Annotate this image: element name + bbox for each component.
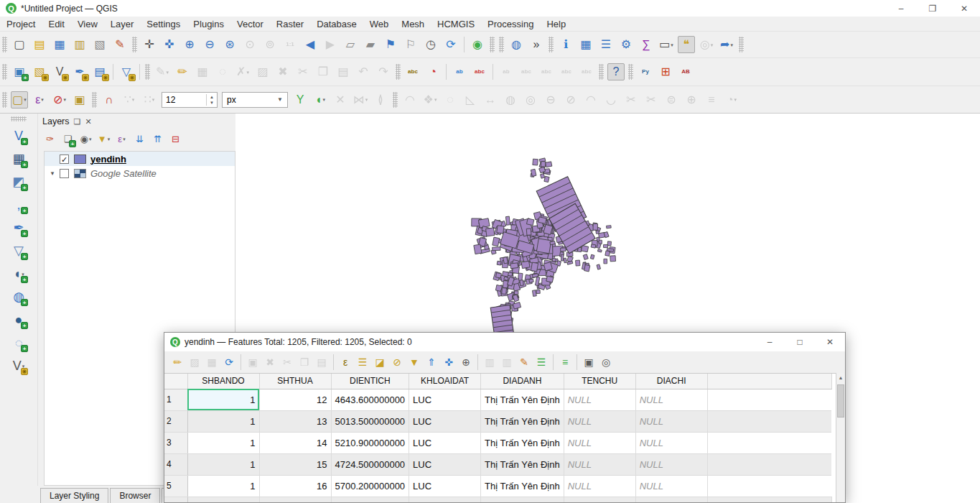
menu-item-plugins[interactable]: Plugins bbox=[187, 18, 230, 30]
digitize-with-curve-icon[interactable]: ◖▾ bbox=[312, 91, 329, 109]
zoom-in-icon[interactable]: ⊕ bbox=[181, 36, 198, 53]
statistical-summary-icon[interactable]: ☰ bbox=[597, 36, 615, 53]
table-cell[interactable]: 15 bbox=[259, 453, 331, 475]
toolbar-grip[interactable] bbox=[499, 37, 504, 52]
help-contents-icon[interactable]: ? bbox=[607, 63, 625, 80]
new-shapefile-layer-icon[interactable]: V✳▾ bbox=[10, 357, 27, 374]
panel-float-icon[interactable]: ❏ bbox=[74, 117, 81, 126]
add-group-icon[interactable]: ❏+ bbox=[60, 131, 75, 147]
vietnamese-converter-icon[interactable]: AB bbox=[677, 63, 694, 80]
table-cell[interactable]: NULL bbox=[635, 432, 707, 453]
table-cell[interactable]: 4724.500000000 bbox=[331, 453, 409, 475]
add-raster-layer-icon[interactable]: ▦+ bbox=[10, 150, 27, 167]
toolbar-overflow-icon[interactable]: » bbox=[528, 36, 545, 53]
web-plugin-globe-icon[interactable]: ◍ bbox=[508, 36, 525, 53]
toolbar-grip[interactable] bbox=[628, 64, 633, 80]
vector-buffer-plugin-icon[interactable]: ◉ bbox=[469, 36, 486, 53]
style-manager-icon[interactable]: ✎ bbox=[111, 36, 129, 53]
table-cell[interactable]: 13 bbox=[259, 410, 331, 432]
menu-item-help[interactable]: Help bbox=[540, 18, 572, 30]
zoom-to-selection-icon[interactable]: ⊕ bbox=[458, 354, 474, 370]
spin-down-icon[interactable]: ▼ bbox=[207, 100, 217, 106]
row-number[interactable]: 1 bbox=[164, 389, 187, 410]
toggle-editing-icon[interactable]: ✏ bbox=[174, 63, 191, 80]
temporal-controller-icon[interactable]: ◷ bbox=[422, 36, 439, 53]
attribute-table-titlebar[interactable]: Q yendinh — Features Total: 1205, Filter… bbox=[164, 333, 845, 351]
table-cell[interactable]: Thị Trấn Yên Định bbox=[481, 453, 564, 475]
measure-line-icon[interactable]: ▭▾ bbox=[658, 36, 675, 53]
chevron-down-icon[interactable]: ▾ bbox=[63, 97, 66, 102]
processing-toolbox-icon[interactable]: ⚙ bbox=[617, 36, 635, 53]
actions-icon[interactable]: ◎ bbox=[598, 354, 614, 370]
toolbar-grip[interactable] bbox=[145, 64, 150, 80]
select-by-location-icon[interactable]: ▣ bbox=[71, 91, 88, 109]
pan-to-selection-icon[interactable]: ✜ bbox=[161, 36, 178, 53]
chevron-down-icon[interactable]: ▾ bbox=[108, 137, 111, 142]
deselect-all-icon[interactable]: ⊘ bbox=[389, 354, 405, 370]
toolbar-grip[interactable] bbox=[396, 64, 401, 80]
table-cell[interactable]: 1 bbox=[187, 453, 259, 475]
open-field-calculator-icon[interactable]: ✎ bbox=[516, 354, 532, 370]
table-cell[interactable]: 5210.900000000 bbox=[331, 432, 409, 453]
osm-place-search-icon[interactable]: ➦▾ bbox=[718, 36, 735, 53]
table-cell[interactable]: Thị Trấn Yên Định bbox=[481, 432, 564, 453]
table-cell[interactable]: NULL bbox=[564, 453, 635, 475]
table-cell[interactable]: NULL bbox=[635, 389, 707, 410]
vertical-scrollbar[interactable]: ▲ bbox=[836, 373, 845, 502]
open-project-icon[interactable]: ▤ bbox=[31, 36, 48, 53]
column-header-tenchu[interactable]: TENCHU bbox=[564, 374, 635, 389]
select-features-icon[interactable]: ▢▾ bbox=[11, 91, 28, 109]
menu-item-web[interactable]: Web bbox=[363, 18, 396, 30]
add-postgis-layer-icon[interactable]: ◖+▾ bbox=[10, 265, 27, 282]
reload-table-icon[interactable]: ⟳ bbox=[221, 354, 237, 370]
column-header-shthua[interactable]: SHTHUA bbox=[259, 374, 331, 389]
table-cell[interactable]: 1 bbox=[187, 432, 259, 453]
layer-item-yendinh[interactable]: ✓yendinh bbox=[45, 152, 235, 166]
scroll-up-icon[interactable]: ▲ bbox=[836, 373, 845, 382]
column-header-shbando[interactable]: SHBANDO bbox=[187, 374, 259, 389]
table-cell[interactable]: LUC bbox=[409, 432, 481, 453]
menu-item-raster[interactable]: Raster bbox=[270, 18, 310, 30]
menu-item-database[interactable]: Database bbox=[310, 18, 363, 30]
zoom-last-icon[interactable]: ◀ bbox=[302, 36, 319, 53]
chevron-down-icon[interactable]: ▾ bbox=[711, 42, 714, 47]
refresh-map-icon[interactable]: ⟳ bbox=[442, 36, 459, 53]
table-cell[interactable]: 5700.200000000 bbox=[331, 475, 409, 497]
chevron-down-icon[interactable]: ▾ bbox=[24, 97, 27, 102]
new-geopackage-layer-icon[interactable]: ▧✳ bbox=[31, 63, 48, 80]
map-tips-icon[interactable]: ❝ bbox=[678, 36, 695, 53]
row-number[interactable]: 5 bbox=[164, 475, 187, 497]
restore-button[interactable]: ❐ bbox=[917, 0, 948, 17]
expand-all-icon[interactable]: ⇊ bbox=[132, 131, 147, 147]
column-header-diachi[interactable]: DIACHI bbox=[635, 374, 707, 389]
menu-item-edit[interactable]: Edit bbox=[42, 18, 70, 30]
menu-item-settings[interactable]: Settings bbox=[140, 18, 187, 30]
row-number[interactable]: 4 bbox=[164, 453, 187, 475]
chevron-down-icon[interactable]: ▾ bbox=[671, 42, 673, 47]
conditional-formatting-icon[interactable]: ☰ bbox=[533, 354, 549, 370]
corner-header[interactable] bbox=[164, 374, 187, 389]
row-number[interactable]: 3 bbox=[164, 432, 187, 453]
expander-icon[interactable]: ▾ bbox=[47, 170, 57, 177]
menu-item-hcmgis[interactable]: HCMGIS bbox=[431, 18, 481, 30]
label-pin-icon[interactable]: ab bbox=[451, 63, 468, 80]
table-cell[interactable]: NULL bbox=[635, 453, 707, 475]
chevron-down-icon[interactable]: ▾ bbox=[123, 137, 126, 142]
new-shapefile-layer-icon[interactable]: V✳ bbox=[51, 63, 68, 80]
chevron-down-icon[interactable]: ▾ bbox=[434, 97, 437, 102]
table-cell[interactable]: LUC bbox=[409, 453, 481, 475]
chevron-down-icon[interactable]: ▾ bbox=[323, 97, 326, 102]
close-button[interactable]: ✕ bbox=[948, 0, 980, 17]
pan-to-selection-icon[interactable]: ✜ bbox=[441, 354, 457, 370]
menu-item-layer[interactable]: Layer bbox=[104, 18, 141, 30]
new-map-view-icon[interactable]: ▱ bbox=[342, 36, 359, 53]
toolbar-grip[interactable] bbox=[393, 92, 398, 108]
toggle-editing-icon[interactable]: ✏ bbox=[169, 354, 185, 370]
menu-item-processing[interactable]: Processing bbox=[481, 18, 540, 30]
dialog-close-button[interactable]: ✕ bbox=[815, 333, 845, 351]
layer-labeling-icon[interactable]: abc bbox=[404, 63, 421, 80]
column-header-khloaidat[interactable]: KHLOAIDAT bbox=[409, 374, 481, 389]
add-wfs-layer-icon[interactable]: ◌+ bbox=[10, 334, 27, 351]
dialog-minimize-button[interactable]: – bbox=[755, 333, 785, 351]
filter-by-expression-icon[interactable]: ε▾ bbox=[114, 131, 129, 147]
